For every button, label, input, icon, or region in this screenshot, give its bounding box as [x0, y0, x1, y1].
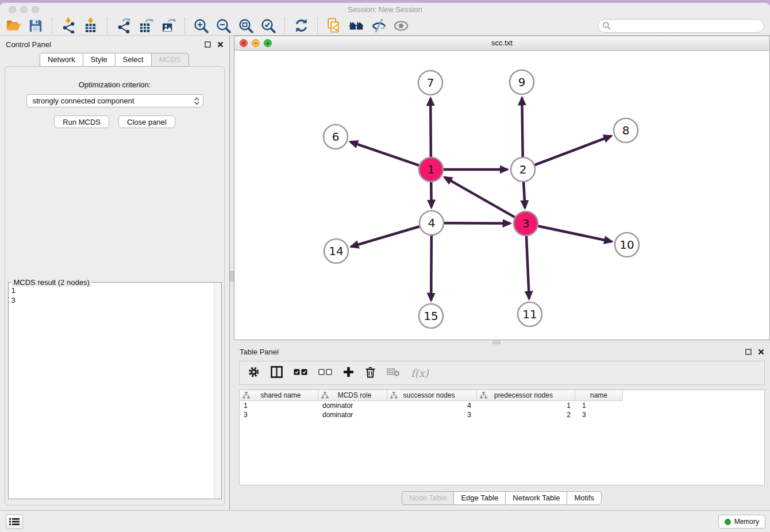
app-titlebar: Session: New Session: [0, 3, 770, 16]
graph-edge-1-7[interactable]: [430, 98, 431, 157]
column-header-name[interactable]: name: [575, 390, 623, 400]
graph-node-label: 14: [329, 244, 343, 258]
network-window: ✕ – + scc.txt 7968124314101511: [234, 36, 770, 340]
graph-node-label: 1: [428, 163, 435, 176]
table-settings-icon[interactable]: [248, 366, 260, 380]
column-type-icon: [242, 392, 250, 399]
graph-edge-2-9[interactable]: [522, 98, 522, 157]
horizontal-splitter[interactable]: [234, 340, 770, 345]
graph-edge-2-3[interactable]: [523, 182, 525, 208]
hide-graphics-details-icon[interactable]: [370, 17, 387, 34]
column-type-icon: [390, 392, 398, 399]
toolbar-separator: [52, 18, 52, 34]
search-box[interactable]: [598, 19, 764, 33]
result-item[interactable]: 1: [11, 286, 214, 295]
desktop: Session: New Session: [0, 0, 770, 532]
delete-row-icon[interactable]: [365, 366, 376, 380]
column-header-mcds-role[interactable]: MCDS role: [318, 390, 387, 400]
table-row[interactable]: 3 dominator 3 2 3: [240, 410, 764, 419]
mcds-result-list[interactable]: 1 3: [9, 284, 214, 499]
delete-table-icon[interactable]: [387, 367, 400, 379]
column-header-predecessor-nodes[interactable]: predecessor nodes: [477, 390, 575, 400]
zoom-selected-icon[interactable]: [260, 17, 277, 34]
home-pair-icon[interactable]: [348, 17, 365, 34]
search-icon: [603, 22, 611, 30]
close-panel-button[interactable]: Close panel: [118, 115, 175, 128]
vertical-splitter[interactable]: [230, 36, 234, 510]
splitter-handle[interactable]: [230, 271, 234, 282]
table-row[interactable]: 1 dominator 4 1 1: [240, 401, 764, 410]
run-mcds-button[interactable]: Run MCDS: [54, 115, 109, 128]
graph-edge-1-6[interactable]: [351, 142, 419, 165]
memory-button[interactable]: Memory: [718, 515, 765, 529]
column-header-successor-nodes[interactable]: successor nodes: [387, 390, 477, 400]
network-canvas[interactable]: 7968124314101511: [234, 51, 769, 340]
float-panel-icon[interactable]: [205, 41, 211, 48]
network-window-title: scc.txt: [234, 38, 769, 47]
column-type-icon: [480, 392, 487, 399]
table-panel-header: Table Panel: [234, 345, 770, 358]
export-image-icon[interactable]: [160, 17, 177, 34]
list-icon: [9, 518, 20, 526]
toolbar-separator: [284, 18, 285, 34]
main-area: Control Panel Network Style Select MCDS …: [0, 36, 770, 510]
app-title: Session: New Session: [0, 5, 770, 14]
open-session-icon[interactable]: [5, 17, 22, 34]
save-session-icon[interactable]: [27, 17, 44, 34]
dropdown-value: strongly connected component: [33, 97, 134, 105]
graph-edge-4-15[interactable]: [431, 236, 432, 300]
show-graphics-details-icon[interactable]: [392, 17, 410, 34]
control-panel-header: Control Panel: [0, 36, 229, 53]
mcds-result-box: MCDS result (2 nodes) 1 3: [8, 282, 222, 499]
dropdown-stepper-icon: [194, 97, 199, 105]
refresh-view-icon[interactable]: [292, 17, 310, 34]
tab-select[interactable]: Select: [115, 53, 152, 67]
splitter-handle[interactable]: [492, 341, 500, 344]
zoom-in-icon[interactable]: [192, 17, 210, 34]
close-panel-icon[interactable]: [217, 41, 224, 48]
graph-node-label: 7: [427, 76, 434, 90]
graph-node-label: 2: [519, 163, 527, 176]
add-row-icon[interactable]: [343, 367, 354, 380]
select-all-columns-icon[interactable]: [294, 368, 307, 378]
graph-node-label: 11: [522, 307, 537, 321]
column-header-shared-name[interactable]: shared name: [240, 390, 318, 400]
function-builder-icon[interactable]: f(x): [411, 367, 429, 379]
tab-network-table[interactable]: Network Table: [505, 491, 567, 505]
deselect-all-columns-icon[interactable]: [318, 368, 332, 378]
result-item[interactable]: 3: [11, 295, 214, 305]
import-network-icon[interactable]: [60, 17, 77, 34]
tab-network[interactable]: Network: [40, 53, 83, 67]
tab-node-table[interactable]: Node Table: [402, 491, 455, 505]
search-input[interactable]: [614, 22, 759, 30]
app-window: Session: New Session: [0, 3, 770, 532]
network-graph: 7968124314101511: [234, 51, 769, 340]
zoom-fit-icon[interactable]: [237, 17, 255, 34]
graph-edge-4-14[interactable]: [351, 226, 419, 246]
graph-edge-4-3[interactable]: [444, 223, 510, 223]
toolbar-separator: [107, 18, 107, 34]
tab-edge-table[interactable]: Edge Table: [453, 491, 506, 505]
graph-node-label: 8: [622, 124, 630, 137]
clone-network-icon[interactable]: [325, 17, 342, 34]
export-table-icon[interactable]: [137, 17, 155, 34]
tab-motifs[interactable]: Motifs: [567, 491, 602, 505]
graph-edge-3-11[interactable]: [526, 236, 529, 299]
graph-node-label: 9: [518, 75, 526, 89]
graph-edge-2-8[interactable]: [535, 136, 611, 165]
optimization-criterion-dropdown[interactable]: strongly connected component: [26, 94, 203, 107]
import-table-icon[interactable]: [82, 17, 99, 34]
memory-status-icon: [725, 519, 731, 525]
main-toolbar: [0, 16, 770, 36]
zoom-out-icon[interactable]: [215, 17, 232, 34]
task-history-button[interactable]: [6, 514, 23, 529]
graph-edge-3-10[interactable]: [538, 226, 612, 242]
export-network-icon[interactable]: [115, 17, 132, 34]
tab-style[interactable]: Style: [83, 53, 116, 67]
graph-edge-3-1[interactable]: [444, 177, 514, 217]
toggle-panel-icon[interactable]: [271, 366, 283, 380]
result-scrollbar[interactable]: [214, 283, 221, 499]
float-panel-icon[interactable]: [745, 349, 752, 355]
close-panel-icon[interactable]: [758, 349, 764, 355]
tab-mcds[interactable]: MCDS: [151, 53, 189, 67]
